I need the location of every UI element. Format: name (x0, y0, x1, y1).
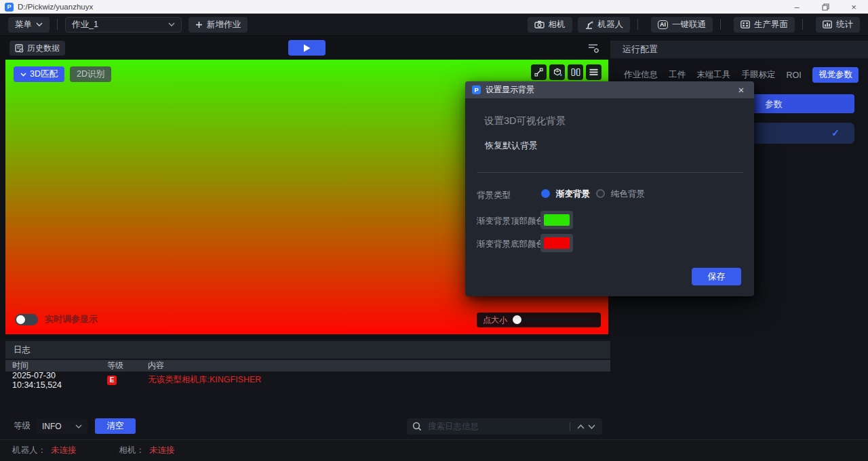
chevron-down-icon (75, 424, 82, 428)
tab-roi[interactable]: ROI (787, 71, 802, 80)
radio-gradient-bg[interactable] (541, 189, 550, 198)
run-button[interactable] (288, 40, 326, 56)
tab-hand-eye-calibration[interactable]: 手眼标定 (741, 69, 775, 81)
plus-icon (195, 21, 203, 28)
log-search-input[interactable] (428, 422, 565, 431)
production-ui-button[interactable]: 生产界面 (734, 17, 795, 33)
statistics-button[interactable]: 统计 (816, 17, 860, 33)
tab-3d-match[interactable]: 3D匹配 (14, 66, 64, 82)
log-controls: 等级 INFO 清空 (14, 418, 136, 434)
toggle-knob (16, 315, 25, 324)
log-row[interactable]: 2025-07-30 10:34:15,524 E 无该类型相机库:KINGFI… (5, 373, 610, 387)
tab-job-info[interactable]: 作业信息 (624, 69, 658, 81)
window-titlebar: P D:/Pickwiz/yuanzhuyx – × (0, 0, 868, 14)
toolbar-right-group: 相机 机器人 AI 一键联通 生产界面 统计 (522, 17, 861, 33)
restore-default-button[interactable]: 恢复默认背景 (485, 140, 538, 152)
toolbar-divider (637, 19, 638, 30)
camera-button[interactable]: 相机 (528, 17, 572, 33)
job-select[interactable]: 作业_1 (65, 17, 182, 33)
radio-gradient-label[interactable]: 渐变背景 (556, 188, 590, 200)
gradient-bottom-color-swatch (544, 237, 570, 249)
chevron-down-icon (168, 22, 175, 26)
params-button-label: 参数 (765, 98, 783, 111)
log-message: 无该类型相机库:KINGFISHER (148, 374, 610, 386)
log-search-box (407, 418, 602, 435)
menu-lines-icon (589, 68, 598, 76)
restore-icon[interactable] (811, 0, 840, 14)
search-prev-button[interactable] (575, 421, 586, 432)
robot-label: 机器人 (598, 19, 624, 31)
chevron-up-icon (577, 424, 585, 429)
col-header-content: 内容 (148, 360, 610, 372)
window-controls: – × (783, 0, 868, 14)
run-config-titlebar: 运行配置 (610, 41, 868, 58)
chevron-down-icon (588, 424, 595, 429)
tab-workpiece[interactable]: 工件 (669, 69, 686, 81)
history-data-button[interactable]: 历史数据 (9, 41, 65, 56)
radio-solid-label[interactable]: 纯色背景 (611, 188, 645, 200)
realtime-toggle[interactable] (15, 314, 38, 325)
pointcloud-add-icon (553, 68, 562, 77)
log-title-bar: 日志 (5, 341, 610, 359)
radio-solid-bg[interactable] (596, 189, 605, 198)
app-logo-icon: P (5, 3, 14, 12)
gradient-top-color-picker[interactable] (540, 211, 573, 229)
statistics-label: 统计 (836, 19, 853, 31)
chevron-down-icon (20, 73, 26, 77)
dialog-header[interactable]: P 设置显示背景 × (465, 81, 754, 98)
ai-connect-label: 一键联通 (672, 19, 706, 31)
measure-icon (534, 68, 543, 77)
robot-status-value: 未连接 (51, 445, 77, 456)
menu-label: 菜单 (15, 19, 32, 31)
close-icon[interactable]: × (735, 84, 747, 96)
camera-label: 相机 (549, 19, 566, 31)
dialog-section-title: 设置3D可视化背景 (484, 115, 566, 127)
gradient-bottom-color-picker[interactable] (540, 234, 573, 252)
tab-end-tool[interactable]: 末端工具 (696, 69, 730, 81)
gradient-top-color-label: 渐变背景顶部颜色 (477, 216, 545, 227)
history-icon (15, 44, 24, 53)
history-data-label: 历史数据 (27, 43, 60, 54)
save-button[interactable]: 保存 (692, 268, 741, 285)
robot-status-label: 机器人： (12, 445, 46, 456)
view-settings-button[interactable] (585, 41, 602, 56)
robot-button[interactable]: 机器人 (578, 17, 631, 33)
minimize-icon[interactable]: – (783, 0, 811, 14)
ai-icon: AI (658, 20, 668, 29)
main-toolbar: 菜单 作业_1 新增作业 相机 机器人 AI 一键联通 生产界面 (0, 14, 868, 36)
ai-connect-button[interactable]: AI 一键联通 (651, 17, 713, 33)
measure-tool-button[interactable] (531, 64, 547, 80)
log-level-select[interactable]: INFO (37, 418, 87, 434)
gradient-bottom-color-label: 渐变背景底部颜色 (477, 239, 545, 250)
search-icon (412, 422, 422, 431)
realtime-toggle-label: 实时调参显示 (45, 313, 98, 325)
gradient-top-color-swatch (544, 214, 570, 226)
compare-icon (571, 68, 580, 77)
menu-button[interactable]: 菜单 (8, 17, 50, 33)
job-select-value: 作业_1 (72, 19, 98, 31)
dialog-divider (477, 172, 743, 173)
search-next-button[interactable] (586, 421, 597, 432)
log-panel: 日志 时间 等级 内容 2025-07-30 10:34:15,524 E 无该… (0, 339, 610, 439)
toolbar-divider (802, 19, 803, 30)
list-settings-icon (588, 43, 599, 54)
close-icon[interactable]: × (840, 0, 868, 14)
viewport-menu-button[interactable] (586, 64, 601, 80)
chevron-down-icon (36, 22, 43, 26)
slider-knob[interactable] (513, 315, 521, 324)
toolbar-divider (57, 19, 58, 30)
tab-vision-params[interactable]: 视觉参数 (812, 67, 859, 83)
toolbar-divider (720, 19, 721, 30)
tab-2d-recognition[interactable]: 2D识别 (70, 66, 111, 82)
search-divider (570, 422, 570, 431)
add-job-button[interactable]: 新增作业 (189, 17, 248, 33)
camera-icon (534, 20, 545, 28)
play-icon (303, 44, 311, 52)
pointcloud-add-button[interactable] (549, 64, 565, 80)
status-bar: 机器人： 未连接 相机： 未连接 (0, 439, 868, 461)
clear-log-button[interactable]: 清空 (95, 418, 136, 434)
compare-view-button[interactable] (568, 64, 583, 80)
robot-arm-icon (585, 20, 594, 29)
point-size-slider[interactable] (513, 319, 595, 321)
viewport-topbar: 历史数据 (0, 36, 610, 60)
